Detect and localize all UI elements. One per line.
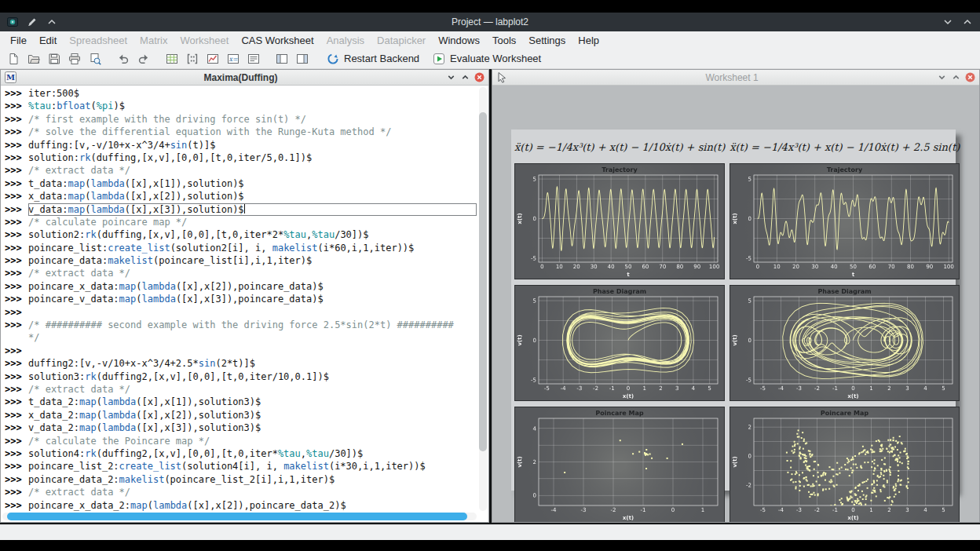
console-line[interactable]: >>>poincare_x_data_2:map(lambda([x],x[2]… [5, 499, 477, 512]
console-code[interactable] [28, 345, 477, 357]
toolbar-button-new-worksheet[interactable] [203, 49, 222, 68]
console-code[interactable]: %tau:bfloat(%pi)$ [28, 100, 477, 112]
toolbar-button-redo[interactable] [133, 49, 153, 68]
console-code[interactable]: /* extract data */ [28, 267, 477, 279]
equation-label-2[interactable]: ẍ(t) = −1/4x³(t) + x(t) − 1/10ẋ(t) + 2… [730, 136, 960, 158]
console-code[interactable]: /* extract data */ [28, 486, 477, 498]
console-code[interactable]: solution:rk(duffing,[x,v],[0,0],[t,0,ite… [28, 151, 477, 164]
console-line[interactable]: >>> [5, 345, 477, 357]
console-code[interactable]: x_data:map(lambda([x],x[2]),solution)$ [28, 190, 477, 203]
console-code[interactable]: poincare_list_2:create_list(solution4[i]… [28, 460, 477, 473]
plot-poincare-map-2[interactable] [730, 407, 960, 522]
plot-trajectory-2[interactable] [730, 163, 960, 279]
console-code[interactable]: iter:500$ [28, 87, 477, 100]
close-window-icon[interactable] [964, 72, 975, 83]
console-line[interactable]: >>>t_data_2:map(lambda([x],x[1]),solutio… [5, 396, 477, 408]
expand-window-icon[interactable] [459, 72, 470, 83]
console-line[interactable]: >>>iter:500$ [5, 87, 477, 100]
close-window-icon[interactable] [474, 72, 485, 83]
console-line[interactable]: >>>t_data:map(lambda([x],x[1]),solution)… [5, 177, 477, 190]
toolbar-button-print[interactable] [64, 49, 84, 68]
toolbar-button-print-preview[interactable] [85, 49, 104, 68]
console-code[interactable]: t_data_2:map(lambda([x],x[1]),solution3)… [28, 396, 477, 408]
toolbar-button-insert-cas-entry[interactable]: x= [223, 49, 243, 68]
console-code[interactable]: /* solve the differential equation with … [28, 126, 477, 138]
console-line[interactable]: >>>poincare_data:makelist(poincare_list[… [5, 254, 477, 267]
menu-help[interactable]: Help [572, 33, 605, 48]
console-line[interactable]: >>>/* first example with the driving for… [5, 113, 477, 126]
toolbar-button-open-file[interactable] [24, 49, 43, 68]
console-code[interactable]: poincare_data_2:makelist(poincare_list_2… [28, 473, 477, 486]
edit-icon[interactable] [26, 16, 38, 28]
worksheet-window-titlebar[interactable]: Worksheet 1 [492, 70, 979, 86]
console-code[interactable]: */ [28, 331, 477, 344]
collapse-window-icon[interactable] [445, 72, 456, 83]
menu-tools[interactable]: Tools [486, 33, 522, 48]
console-line[interactable]: >>> [5, 306, 477, 319]
console-code[interactable]: solution4:rk(duffing2,[x,v],[0,0],[t,0,i… [28, 447, 477, 460]
menu-file[interactable]: File [4, 33, 33, 48]
console-line[interactable]: >>>x_data:map(lambda([x],x[2]),solution)… [5, 190, 477, 203]
console-line[interactable]: */ [5, 331, 477, 344]
console-line[interactable]: >>>%tau:bfloat(%pi)$ [5, 100, 477, 112]
menu-cas-worksheet[interactable]: CAS Worksheet [235, 33, 320, 48]
console-code[interactable]: poincare_v_data:map(lambda([x],x[3]),poi… [28, 293, 477, 305]
toolbar-button-toggle-left-panel[interactable] [272, 49, 291, 68]
console-line[interactable]: >>>v_data:map(lambda([x],x[3]),solution)… [5, 203, 477, 216]
console-code[interactable]: /* extract data */ [28, 164, 477, 177]
console-code[interactable]: /* first example with the driving force … [28, 113, 477, 126]
vertical-scrollbar-handle[interactable] [479, 112, 487, 451]
console-code[interactable]: /* ########## second example with the dr… [28, 319, 477, 331]
console-line[interactable]: >>>solution4:rk(duffing2,[x,v],[0,0],[t,… [5, 447, 477, 460]
console-code[interactable]: poincare_x_data:map(lambda([x],x[2]),poi… [28, 280, 477, 293]
toolbar-button-new-matrix[interactable] [182, 49, 202, 68]
console-line[interactable]: >>>poincare_list_2:create_list(solution4… [5, 460, 477, 473]
console-line[interactable]: >>>/* extract data */ [5, 267, 477, 279]
toolbar-button-insert-text-entry[interactable] [243, 49, 263, 68]
console-line[interactable]: >>>/* calculate the Poincare map */ [5, 435, 477, 447]
console-line[interactable]: >>>/* extract data */ [5, 383, 477, 396]
console-line[interactable]: >>>x_data_2:map(lambda([x],x[2]),solutio… [5, 409, 477, 421]
console-code[interactable]: duffing:[v,-v/10+x-x^3/4+sin(t)]$ [28, 139, 477, 151]
console-code[interactable]: solution3:rk(duffing2,[x,v],[0,0],[t,0,i… [28, 370, 477, 383]
evaluate-worksheet-button[interactable]: Evaluate Worksheet [426, 51, 547, 67]
horizontal-scrollbar-handle[interactable] [7, 513, 467, 520]
console-code[interactable]: /* extract data */ [28, 383, 477, 396]
console-line[interactable]: >>>/* extract data */ [5, 164, 477, 177]
plot-poincare-map-1[interactable] [514, 407, 725, 522]
shade-up-icon[interactable] [961, 16, 974, 28]
console-code[interactable]: poincare_x_data_2:map(lambda([x],x[2]),p… [28, 499, 477, 512]
console-code[interactable]: poincare_list:create_list(solution2[i], … [28, 242, 477, 254]
horizontal-scrollbar[interactable] [2, 513, 477, 520]
console-code[interactable]: v_data_2:map(lambda([x],x[3]),solution3)… [28, 421, 477, 434]
menu-settings[interactable]: Settings [522, 33, 572, 48]
toolbar-button-new-spreadsheet[interactable] [162, 49, 181, 68]
console-line[interactable]: >>>poincare_x_data:map(lambda([x],x[2]),… [5, 280, 477, 293]
console-line[interactable]: >>>/* solve the differential equation wi… [5, 126, 477, 138]
vertical-scrollbar[interactable] [479, 87, 487, 511]
console-line[interactable]: >>>/* extract data */ [5, 486, 477, 498]
console-line[interactable]: >>>poincare_list:create_list(solution2[i… [5, 242, 477, 254]
maxima-window-titlebar[interactable]: M Maxima(Duffing) [1, 70, 488, 86]
menu-windows[interactable]: Windows [432, 33, 486, 48]
console-line[interactable]: >>>poincare_data_2:makelist(poincare_lis… [5, 473, 477, 486]
shade-down-icon[interactable] [942, 16, 954, 28]
toolbar-button-toggle-right-panel[interactable] [292, 49, 312, 68]
keep-above-icon[interactable] [46, 16, 58, 28]
console-line[interactable]: >>>poincare_v_data:map(lambda([x],x[3]),… [5, 293, 477, 305]
toolbar-button-undo[interactable] [113, 49, 133, 68]
cas-console[interactable]: >>>iter:500$>>>%tau:bfloat(%pi)$>>>/* fi… [1, 86, 488, 522]
console-line[interactable]: >>>solution2:rk(duffing,[x,v],[0,0],[t,0… [5, 228, 477, 241]
console-line[interactable]: >>>duffing2:[v,-v/10+x-x^3/4+2.5*sin(2*t… [5, 357, 477, 370]
console-code[interactable]: t_data:map(lambda([x],x[1]),solution)$ [28, 177, 477, 190]
console-code[interactable]: /* calculate the Poincare map */ [28, 435, 477, 447]
plot-phase-diagram-1[interactable] [514, 285, 725, 401]
console-code[interactable]: v_data:map(lambda([x],x[3]),solution)$ [28, 203, 477, 216]
console-line[interactable]: >>>/* calculate poincare map */ [5, 216, 477, 228]
toolbar-button-save[interactable] [44, 49, 64, 68]
console-code[interactable]: poincare_data:makelist(poincare_list[i],… [28, 254, 477, 267]
worksheet-view[interactable]: ẍ(t) = −1/4x³(t) + x(t) − 1/10ẋ(t) + s… [492, 86, 979, 522]
collapse-window-icon[interactable] [936, 72, 947, 83]
console-code[interactable] [28, 306, 477, 319]
equation-label-1[interactable]: ẍ(t) = −1/4x³(t) + x(t) − 1/10ẋ(t) + s… [514, 136, 725, 158]
